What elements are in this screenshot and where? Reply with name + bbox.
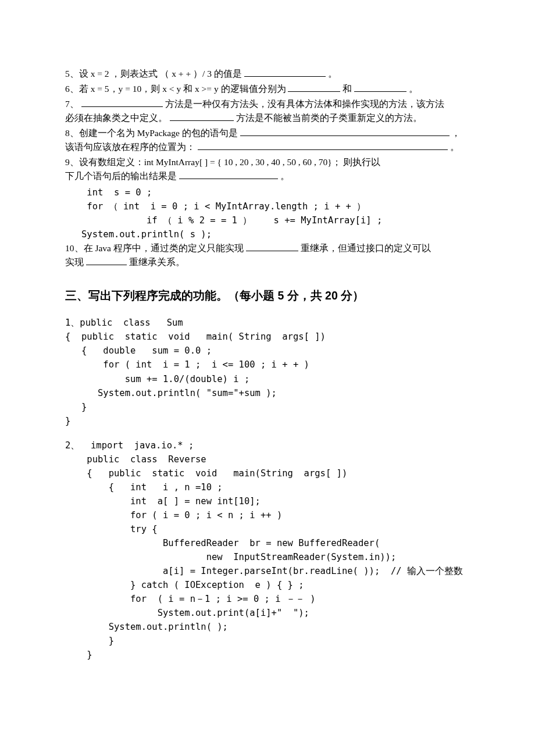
q10-line2a: 实现	[65, 257, 84, 267]
question-7: 7、 方法是一种仅有方法头，没有具体方法体和操作实现的方法，该方法 必须在抽象类…	[65, 97, 470, 125]
q8-blank-1[interactable]	[240, 127, 450, 137]
q8-line2a: 该语句应该放在程序的位置为：	[65, 142, 195, 152]
q7-line1b: 方法是一种仅有方法头，没有具体方法体和操作实现的方法，该方法	[165, 99, 444, 109]
q8-line1a: 8、创建一个名为 MyPackage 的包的语句是	[65, 128, 238, 138]
q5-prefix: 5、设 x = 2 ，则表达式 （ x + + ）/ 3 的值是	[65, 69, 242, 79]
q6-suffix: 。	[409, 84, 418, 94]
q6-blank-1[interactable]	[288, 83, 340, 92]
q9-line1: 9、设有数组定义：int MyIntArray[ ] = { 10 , 20 ,…	[65, 157, 380, 167]
question-6: 6、若 x = 5，y = 10，则 x < y 和 x >= y 的逻辑值分别…	[65, 82, 470, 96]
q10-blank-1[interactable]	[246, 242, 298, 252]
q10-line1b: 重继承，但通过接口的定义可以	[301, 243, 431, 253]
q5-blank[interactable]	[244, 67, 326, 77]
program-2: 2、 import java.io.* ; public class Rever…	[65, 438, 470, 662]
page: 5、设 x = 2 ，则表达式 （ x + + ）/ 3 的值是 。 6、若 x…	[0, 0, 535, 756]
q8-line1b: ，	[451, 128, 461, 138]
section-3-title: 三、写出下列程序完成的功能。（每小题 5 分，共 20 分）	[65, 287, 470, 304]
q7-line2a: 必须在抽象类之中定义。	[65, 113, 167, 123]
q8-line2b: 。	[450, 142, 459, 152]
program-1: 1、public class Sum { public static void …	[65, 316, 470, 427]
q7-blank-2[interactable]	[170, 112, 234, 122]
q7-blank-1[interactable]	[81, 98, 163, 108]
q10-line2b: 重继承关系。	[129, 257, 185, 267]
q6-mid: 和	[343, 84, 354, 94]
q9-code: int s = 0 ; for （ int i = 0 ; i < MyIntA…	[65, 186, 470, 241]
q9-line2a: 下几个语句后的输出结果是	[65, 171, 179, 181]
q9-line2b: 。	[280, 171, 290, 181]
q8-blank-2[interactable]	[198, 141, 448, 151]
question-10: 10、在 Java 程序中，通过类的定义只能实现 重继承，但通过接口的定义可以 …	[65, 241, 470, 269]
q7-line1a: 7、	[65, 99, 79, 109]
q7-line2b: 方法是不能被当前类的子类重新定义的方法。	[236, 113, 422, 123]
question-9: 9、设有数组定义：int MyIntArray[ ] = { 10 , 20 ,…	[65, 155, 470, 241]
q6-prefix: 6、若 x = 5，y = 10，则 x < y 和 x >= y 的逻辑值分别…	[65, 84, 286, 94]
question-5: 5、设 x = 2 ，则表达式 （ x + + ）/ 3 的值是 。	[65, 67, 470, 81]
q6-blank-2[interactable]	[354, 83, 406, 92]
q10-line1a: 10、在 Java 程序中，通过类的定义只能实现	[65, 243, 244, 253]
q10-blank-2[interactable]	[86, 256, 127, 266]
q9-blank[interactable]	[179, 170, 278, 180]
question-8: 8、创建一个名为 MyPackage 的包的语句是 ， 该语句应该放在程序的位置…	[65, 126, 470, 154]
q5-suffix: 。	[328, 69, 337, 79]
